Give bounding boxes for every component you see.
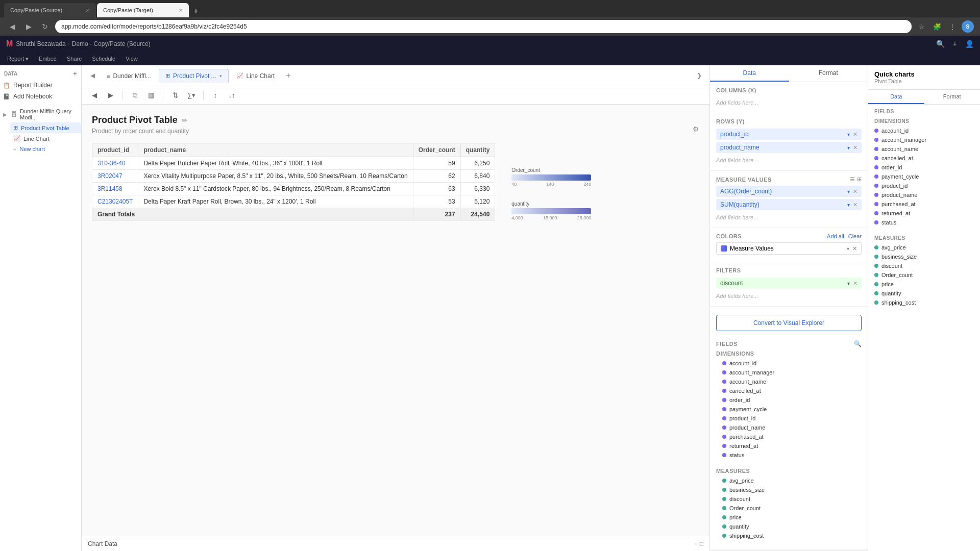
forward-button[interactable]: ▶ xyxy=(22,20,35,33)
fields-search-icon[interactable]: 🔍 xyxy=(854,340,862,347)
qc-dim-product-name[interactable]: product_name xyxy=(872,190,976,199)
dim-order-id[interactable]: order_id xyxy=(720,395,857,405)
add-tab-button[interactable]: + xyxy=(282,69,295,82)
dim-status[interactable]: status xyxy=(720,450,857,460)
sidebar-item-pivot-table[interactable]: ⊞ Product Pivot Table xyxy=(10,122,81,133)
sidebar-add-icon[interactable]: + xyxy=(73,69,77,78)
menu-icon[interactable]: ⋮ xyxy=(946,20,959,33)
sidebar-item-query[interactable]: ▶ 🗄 Dunder Mifflin Query Modi... xyxy=(0,106,81,122)
meas-order-count[interactable]: Order_count xyxy=(720,504,857,513)
qc-meas-order-count[interactable]: Order_count xyxy=(872,270,976,280)
color-measure-values[interactable]: Measure Values ▾ ✕ xyxy=(716,242,862,255)
qc-meas-discount[interactable]: discount xyxy=(872,261,976,270)
panel-tab-data[interactable]: Data xyxy=(710,65,789,82)
refresh-button[interactable]: ↻ xyxy=(39,20,51,33)
qc-dim-returned-at[interactable]: returned_at xyxy=(872,209,976,218)
qc-dim-status[interactable]: status xyxy=(872,218,976,227)
dim-cancelled-at[interactable]: cancelled_at xyxy=(720,386,857,395)
dim-product-name[interactable]: product_name xyxy=(720,423,857,432)
col-product-name[interactable]: product_name xyxy=(138,143,413,157)
tab-product-pivot[interactable]: ⊞ Product Pivot ... ▾ xyxy=(159,69,229,83)
meas-discount[interactable]: discount xyxy=(720,494,857,504)
profile-avatar[interactable]: S xyxy=(962,20,974,33)
copy-button[interactable]: ⧉ xyxy=(128,89,141,102)
qc-dim-payment-cycle[interactable]: payment_cycle xyxy=(872,172,976,181)
dim-product-id[interactable]: product_id xyxy=(720,414,857,423)
columns-add-fields[interactable]: Add fields here... xyxy=(716,97,862,108)
row-sort-button[interactable]: ↕ xyxy=(209,89,222,102)
qc-meas-price[interactable]: price xyxy=(872,280,976,289)
filter-discount[interactable]: discount ▾ ✕ xyxy=(716,278,862,289)
tab-line-chart[interactable]: 📈 Line Chart xyxy=(230,69,281,83)
qc-dim-account-manager[interactable]: account_manager xyxy=(872,135,976,144)
redo-button[interactable]: ▶ xyxy=(104,89,117,102)
expand-chart-data-icon[interactable]: □ xyxy=(700,540,703,547)
dim-purchased-at[interactable]: purchased_at xyxy=(720,432,857,441)
qc-tab-data[interactable]: Data xyxy=(868,90,924,104)
edit-title-icon[interactable]: ✏ xyxy=(182,116,188,124)
chart-data-bar[interactable]: Chart Data − □ xyxy=(82,536,709,551)
list-view-icon[interactable]: ☰ xyxy=(850,176,855,183)
header-user-icon[interactable]: 👤 xyxy=(965,40,974,48)
header-plus-icon[interactable]: + xyxy=(953,40,957,48)
nav-embed[interactable]: Embed xyxy=(38,56,58,62)
collapse-sidebar-button[interactable]: ◀ xyxy=(86,69,99,82)
dim-account-name[interactable]: account_name xyxy=(720,377,857,386)
measure-add-fields[interactable]: Add fields here... xyxy=(716,212,862,222)
convert-to-visual-explorer-button[interactable]: Convert to Visual Explorer xyxy=(716,315,862,331)
qc-meas-quantity[interactable]: quantity xyxy=(872,289,976,298)
qc-dim-account-name[interactable]: account_name xyxy=(872,144,976,154)
layout-button[interactable]: ▦ xyxy=(144,89,158,102)
address-bar[interactable]: app.mode.com/editor/mode/reports/b1286ea… xyxy=(55,20,912,33)
sort-asc-button[interactable]: ⇅ xyxy=(168,89,182,102)
measure-close-icon[interactable]: ✕ xyxy=(853,188,857,195)
qc-dim-product-id[interactable]: product_id xyxy=(872,181,976,190)
col-sort-button[interactable]: ↓↑ xyxy=(225,89,238,102)
undo-button[interactable]: ◀ xyxy=(88,89,101,102)
qc-meas-business-size[interactable]: business_size xyxy=(872,252,976,261)
color-chip-close-icon[interactable]: ✕ xyxy=(852,245,857,252)
tab-dunder[interactable]: ≡ Dunder Miffl... xyxy=(100,69,158,83)
qc-dim-account-id[interactable]: account_id xyxy=(872,126,976,135)
clear-link[interactable]: Clear xyxy=(848,233,862,239)
qc-meas-avg-price[interactable]: avg_price xyxy=(872,243,976,252)
new-tab-button[interactable]: + xyxy=(190,5,202,17)
nav-share[interactable]: Share xyxy=(66,56,83,62)
sidebar-item-new-chart[interactable]: + New chart xyxy=(10,144,81,154)
add-all-link[interactable]: Add all xyxy=(827,233,844,239)
col-order-count[interactable]: Order_count xyxy=(413,143,460,157)
col-quantity[interactable]: quantity xyxy=(460,143,495,157)
sidebar-item-line-chart[interactable]: 📈 Line Chart xyxy=(10,133,81,144)
grid-view-icon[interactable]: ⊞ xyxy=(857,176,862,183)
filters-add-fields[interactable]: Add fields here... xyxy=(716,291,862,301)
nav-schedule[interactable]: Schedule xyxy=(91,56,116,62)
sidebar-item-report-builder[interactable]: 📋 Report Builder xyxy=(0,80,81,91)
meas-quantity[interactable]: quantity xyxy=(720,522,857,531)
dim-account-manager[interactable]: account_manager xyxy=(720,368,857,377)
measure-close-icon[interactable]: ✕ xyxy=(853,202,857,208)
meas-shipping-cost[interactable]: shipping_cost xyxy=(720,531,857,540)
qc-dim-cancelled-at[interactable]: cancelled_at xyxy=(872,154,976,163)
rows-field-close-icon[interactable]: ✕ xyxy=(853,144,857,151)
measure-field-quantity[interactable]: SUM(quantity) ▾ ✕ xyxy=(716,199,862,210)
aggregate-button[interactable]: ∑▾ xyxy=(185,89,198,102)
meas-business-size[interactable]: business_size xyxy=(720,485,857,494)
filter-chip-close-icon[interactable]: ✕ xyxy=(853,280,857,287)
meas-price[interactable]: price xyxy=(720,513,857,522)
back-button[interactable]: ◀ xyxy=(6,20,18,33)
rows-field-product-name[interactable]: product_name ▾ ✕ xyxy=(716,142,862,153)
browser-tab-source[interactable]: Copy/Paste (Source) ✕ xyxy=(4,3,96,17)
measure-field-order-count[interactable]: AGG(Order_count) ▾ ✕ xyxy=(716,186,862,197)
qc-dim-purchased-at[interactable]: purchased_at xyxy=(872,199,976,209)
col-product-id[interactable]: product_id xyxy=(92,143,138,157)
close-tab-source-icon[interactable]: ✕ xyxy=(86,8,90,13)
nav-report[interactable]: Report ▾ xyxy=(6,56,30,62)
meas-avg-price[interactable]: avg_price xyxy=(720,476,857,485)
close-tab-target-icon[interactable]: ✕ xyxy=(179,8,183,13)
rows-field-close-icon[interactable]: ✕ xyxy=(853,131,857,138)
expand-icon-right[interactable]: ❯ xyxy=(693,69,705,82)
extensions-icon[interactable]: 🧩 xyxy=(931,20,943,33)
qc-dim-order-id[interactable]: order_id xyxy=(872,163,976,172)
header-search-icon[interactable]: 🔍 xyxy=(936,40,945,48)
minimize-chart-data-icon[interactable]: − xyxy=(694,540,698,547)
